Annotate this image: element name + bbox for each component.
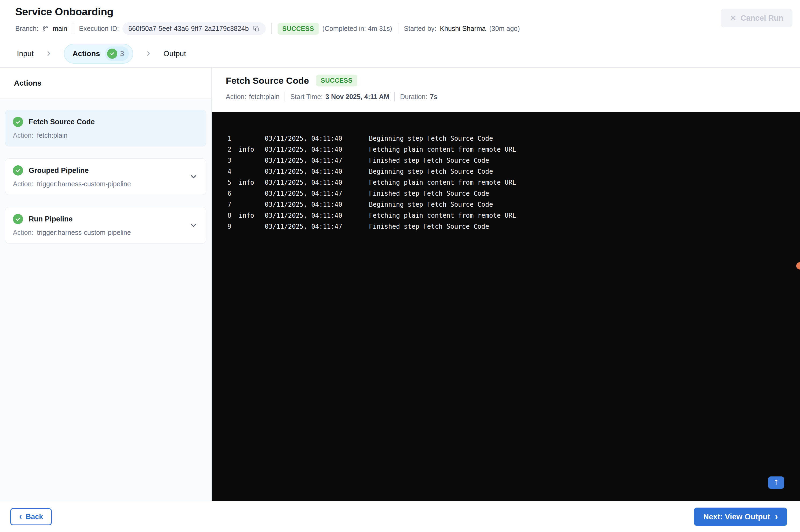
tab-actions[interactable]: Actions 3 xyxy=(64,44,133,63)
actions-sidebar: Actions Fetch Source Code Action: fetch:… xyxy=(0,68,212,501)
log-timestamp: 03/11/2025, 04:11:47 xyxy=(265,188,369,199)
log-line: 703/11/2025, 04:11:40Beginning step Fetc… xyxy=(212,199,800,210)
log-timestamp: 03/11/2025, 04:11:40 xyxy=(265,199,369,210)
detail-status-badge: SUCCESS xyxy=(316,75,357,87)
log-message: Fetching plain content from remote URL xyxy=(369,177,800,188)
log-line-number: 7 xyxy=(212,199,231,210)
detail-meta-row: Action: fetch:plain Start Time: 3 Nov 20… xyxy=(226,92,800,101)
execution-id-pill: 660f50a7-5eef-43a6-9ff7-2a2179c3824b xyxy=(122,22,266,35)
card-title: Run Pipeline xyxy=(29,215,73,223)
card-title-row: Grouped Pipeline xyxy=(13,165,198,175)
action-card-fetch-source-code[interactable]: Fetch Source Code Action: fetch:plain xyxy=(5,110,206,146)
cancel-run-label: Cancel Run xyxy=(740,14,783,22)
log-timestamp: 03/11/2025, 04:11:40 xyxy=(265,210,369,221)
action-value: trigger:harness-custom-pipeline xyxy=(37,180,131,188)
detail-title: Fetch Source Code xyxy=(226,75,309,86)
chevron-right-icon: › xyxy=(775,512,778,522)
meta-duration: Duration: 7s xyxy=(400,93,437,101)
card-title: Fetch Source Code xyxy=(29,118,95,126)
log-timestamp: 03/11/2025, 04:11:40 xyxy=(265,144,369,155)
action-label: Action: xyxy=(13,229,33,236)
log-message: Finished step Fetch Source Code xyxy=(369,221,800,232)
log-line: 8info03/11/2025, 04:11:40Fetching plain … xyxy=(212,210,800,221)
tab-actions-label: Actions xyxy=(73,50,100,58)
copy-icon[interactable] xyxy=(253,25,260,32)
success-check-icon xyxy=(13,165,23,175)
log-level: info xyxy=(231,177,265,188)
sidebar-heading: Actions xyxy=(0,68,211,99)
meta-label: Duration: xyxy=(400,93,427,101)
tab-input[interactable]: Input xyxy=(17,50,34,58)
sidebar-body: Fetch Source Code Action: fetch:plain Gr… xyxy=(0,99,211,501)
log-line-number: 8 xyxy=(212,210,231,221)
next-label: Next: View Output xyxy=(703,512,770,521)
divider xyxy=(394,92,395,101)
actions-count: 3 xyxy=(120,50,124,58)
next-view-output-button[interactable]: Next: View Output › xyxy=(694,508,787,526)
back-label: Back xyxy=(26,513,43,521)
log-message: Fetching plain content from remote URL xyxy=(369,144,800,155)
header-left: Service Onboarding Branch: main Executio… xyxy=(15,6,520,35)
chevron-left-icon: ‹ xyxy=(19,512,22,521)
stepper: Input › Actions 3 › Output xyxy=(0,40,800,68)
detail-header: Fetch Source Code SUCCESS Action: fetch:… xyxy=(212,68,800,112)
log-timestamp: 03/11/2025, 04:11:47 xyxy=(265,155,369,166)
card-action-row: Action: fetch:plain xyxy=(13,132,198,139)
log-message: Beginning step Fetch Source Code xyxy=(369,199,800,210)
log-line-number: 2 xyxy=(212,144,231,155)
log-message: Finished step Fetch Source Code xyxy=(369,155,800,166)
card-title-row: Fetch Source Code xyxy=(13,117,198,127)
scroll-to-top-button[interactable]: ↑ xyxy=(768,476,784,489)
log-line-number: 4 xyxy=(212,166,231,177)
success-check-icon xyxy=(13,117,23,127)
log-level xyxy=(231,188,265,199)
log-level: info xyxy=(231,144,265,155)
divider xyxy=(398,23,398,34)
log-line-number: 1 xyxy=(212,133,231,144)
log-level xyxy=(231,166,265,177)
log-level xyxy=(231,155,265,166)
divider xyxy=(285,92,285,101)
started-by-ago: (30m ago) xyxy=(489,25,520,33)
step-detail-panel: Fetch Source Code SUCCESS Action: fetch:… xyxy=(212,68,800,501)
chevron-down-icon[interactable] xyxy=(189,221,198,229)
started-by-label: Started by: xyxy=(404,25,437,33)
meta-label: Action: xyxy=(226,93,246,101)
branch-label: Branch: xyxy=(15,25,38,33)
detail-title-row: Fetch Source Code SUCCESS xyxy=(226,75,800,87)
log-line-number: 6 xyxy=(212,188,231,199)
notification-dot xyxy=(796,262,800,269)
chevron-down-icon[interactable] xyxy=(189,172,198,181)
card-title-row: Run Pipeline xyxy=(13,214,198,224)
cancel-run-button[interactable]: ✕ Cancel Run xyxy=(721,8,793,27)
card-action-row: Action: trigger:harness-custom-pipeline xyxy=(13,180,198,188)
log-line: 2info03/11/2025, 04:11:40Fetching plain … xyxy=(212,144,800,155)
meta-value: fetch:plain xyxy=(249,93,280,101)
page-title: Service Onboarding xyxy=(15,6,520,18)
meta-action: Action: fetch:plain xyxy=(226,93,280,101)
chevron-right-icon: › xyxy=(47,48,51,60)
action-value: trigger:harness-custom-pipeline xyxy=(37,229,131,236)
back-button[interactable]: ‹ Back xyxy=(10,508,52,525)
log-line: 903/11/2025, 04:11:47Finished step Fetch… xyxy=(212,221,800,232)
log-timestamp: 03/11/2025, 04:11:47 xyxy=(265,221,369,232)
tab-output[interactable]: Output xyxy=(164,50,186,58)
log-level xyxy=(231,133,265,144)
log-timestamp: 03/11/2025, 04:11:40 xyxy=(265,166,369,177)
footer: ‹ Back Next: View Output › xyxy=(0,501,800,532)
action-card-run-pipeline[interactable]: Run Pipeline Action: trigger:harness-cus… xyxy=(5,207,206,244)
log-console[interactable]: 103/11/2025, 04:11:40Beginning step Fetc… xyxy=(212,112,800,501)
log-level: info xyxy=(231,210,265,221)
started-by-name: Khushi Sharma xyxy=(440,25,485,33)
workflow-execution-page: Service Onboarding Branch: main Executio… xyxy=(0,0,800,532)
divider xyxy=(73,23,73,34)
log-message: Finished step Fetch Source Code xyxy=(369,188,800,199)
log-line-number: 3 xyxy=(212,155,231,166)
actions-count-badge: 3 xyxy=(105,46,129,61)
log-message: Beginning step Fetch Source Code xyxy=(369,133,800,144)
card-title: Grouped Pipeline xyxy=(29,166,89,175)
action-value: fetch:plain xyxy=(37,132,68,139)
action-card-grouped-pipeline[interactable]: Grouped Pipeline Action: trigger:harness… xyxy=(5,158,206,195)
meta-label: Start Time: xyxy=(290,93,323,101)
log-line: 403/11/2025, 04:11:40Beginning step Fetc… xyxy=(212,166,800,177)
